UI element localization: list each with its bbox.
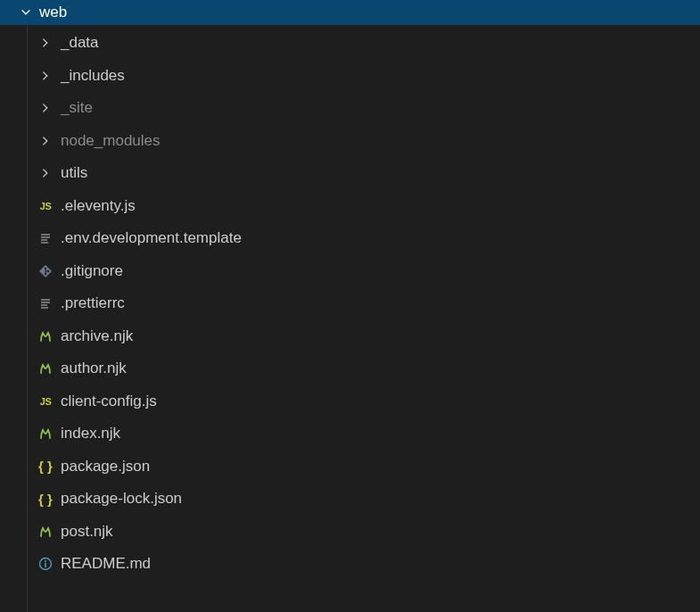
svg-point-4 [45,560,46,562]
text-file-icon [36,294,55,313]
tree-folder[interactable]: _data [0,27,700,60]
tree-folder[interactable]: _site [0,92,700,125]
text-file-icon [36,228,55,248]
tree-file[interactable]: .env.development.template [0,222,700,255]
tree-file[interactable]: { }package.json [0,451,700,484]
tree-file[interactable]: .prettierrc [0,287,700,320]
folder-header[interactable]: web [0,0,700,25]
tree-item-label: archive.njk [61,327,133,345]
chevron-right-icon [36,98,55,118]
tree-file[interactable]: author.njk [0,352,700,385]
tree-file[interactable]: README.md [0,548,700,581]
git-file-icon [36,261,55,281]
tree-item-label: index.njk [61,425,120,442]
tree-item-label: author.njk [61,360,127,377]
njk-file-icon [36,359,55,378]
njk-file-icon [36,522,55,542]
tree-file[interactable]: .gitignore [0,255,700,288]
tree-item-label: _includes [61,67,125,85]
json-file-icon: { } [36,489,55,509]
js-file-icon: JS [36,392,55,411]
tree-item-label: node_modules [61,132,161,150]
file-tree: _data_includes_sitenode_modulesutilsJS.e… [0,25,700,581]
tree-item-label: client-config.js [61,393,157,410]
tree-file[interactable]: { }package-lock.json [0,483,700,516]
tree-file[interactable]: index.njk [0,418,700,451]
chevron-down-icon [18,4,34,21]
tree-item-label: package-lock.json [61,490,182,508]
tree-item-label: .env.development.template [61,229,242,247]
chevron-right-icon [36,33,55,53]
tree-item-label: README.md [61,555,151,573]
tree-file[interactable]: JSclient-config.js [0,385,700,418]
tree-item-label: utils [61,164,87,182]
njk-file-icon [36,424,55,443]
tree-item-label: _site [61,99,93,117]
tree-item-label: .prettierrc [61,294,125,312]
chevron-right-icon [36,131,55,151]
tree-file[interactable]: JS.eleventy.js [0,190,700,223]
tree-folder[interactable]: node_modules [0,125,700,158]
tree-folder[interactable]: utils [0,157,700,190]
tree-item-label: post.njk [61,523,113,541]
info-file-icon [36,554,55,574]
indent-guide [27,25,28,612]
tree-item-label: .eleventy.js [61,197,136,215]
tree-file[interactable]: archive.njk [0,320,700,353]
chevron-right-icon [36,163,55,183]
tree-file[interactable]: post.njk [0,516,700,549]
chevron-right-icon [36,66,55,86]
tree-item-label: package.json [61,458,150,476]
json-file-icon: { } [36,457,55,476]
njk-file-icon [36,327,55,346]
tree-item-label: .gitignore [61,262,123,280]
tree-item-label: _data [61,34,99,52]
tree-folder[interactable]: _includes [0,60,700,93]
js-file-icon: JS [36,196,55,216]
folder-header-title: web [39,4,67,21]
